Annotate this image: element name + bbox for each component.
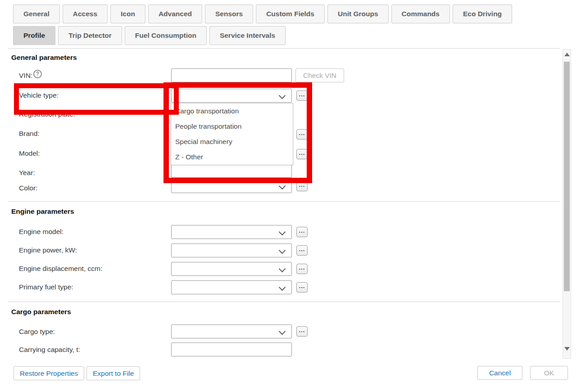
- engine-power-combobox[interactable]: [171, 243, 292, 257]
- tab-eco-driving[interactable]: Eco Driving: [453, 5, 512, 23]
- ok-button[interactable]: OK: [530, 366, 568, 380]
- tab-trip-detector[interactable]: Trip Detector: [58, 26, 122, 45]
- engine-model-combobox[interactable]: [171, 225, 292, 239]
- engine-displacement-label: Engine displacement, ccm:: [19, 265, 102, 273]
- unit-properties-dialog: General Access Icon Advanced Sensors Cus…: [0, 0, 581, 392]
- engine-power-label: Engine power, kW:: [19, 246, 77, 254]
- chevron-down-icon[interactable]: [279, 266, 286, 273]
- section-title-engine-parameters: Engine parameters: [11, 207, 74, 216]
- divider-cargo: [8, 302, 560, 302]
- chevron-down-icon[interactable]: [279, 284, 286, 291]
- tab-unit-groups[interactable]: Unit Groups: [327, 5, 389, 23]
- brand-ellipsis-button[interactable]: ...: [296, 129, 308, 140]
- primary-fuel-type-label: Primary fuel type:: [19, 283, 73, 291]
- help-icon[interactable]: ?: [33, 70, 42, 78]
- tab-icon[interactable]: Icon: [110, 5, 145, 23]
- cargo-type-combobox[interactable]: [171, 324, 292, 338]
- tab-advanced[interactable]: Advanced: [148, 5, 202, 23]
- tab-custom-fields[interactable]: Custom Fields: [256, 5, 325, 23]
- tab-service-intervals[interactable]: Service Intervals: [209, 26, 286, 45]
- engine-power-ellipsis-button[interactable]: ...: [296, 245, 308, 256]
- chevron-down-icon[interactable]: [279, 92, 286, 99]
- chevron-down-icon[interactable]: [279, 183, 286, 190]
- export-to-file-button[interactable]: Export to File: [86, 366, 140, 380]
- color-ellipsis-button[interactable]: ...: [296, 181, 308, 191]
- tab-general[interactable]: General: [13, 5, 60, 23]
- tab-fuel-consumption[interactable]: Fuel Consumption: [125, 26, 207, 45]
- engine-displacement-ellipsis-button[interactable]: ...: [296, 264, 308, 274]
- chevron-down-icon[interactable]: [279, 229, 286, 236]
- vehicle-type-dropdown-list: Cargo transportation People transportati…: [171, 103, 293, 165]
- chevron-down-icon[interactable]: [279, 247, 286, 254]
- brand-label: Brand:: [19, 130, 40, 138]
- check-vin-button[interactable]: Check VIN: [295, 68, 344, 82]
- chevron-down-icon[interactable]: [279, 328, 286, 335]
- section-title-general-parameters: General parameters: [11, 54, 77, 62]
- primary-fuel-type-combobox[interactable]: [171, 280, 292, 294]
- cargo-type-ellipsis-button[interactable]: ...: [296, 326, 308, 337]
- dropdown-option-z-other[interactable]: Z - Other: [171, 149, 293, 165]
- cargo-type-label: Cargo type:: [19, 328, 55, 336]
- tab-commands[interactable]: Commands: [391, 5, 450, 23]
- primary-fuel-type-ellipsis-button[interactable]: ...: [296, 282, 308, 293]
- dropdown-option-people-transportation[interactable]: People transportation: [171, 119, 293, 134]
- scrollbar-thumb[interactable]: [564, 62, 570, 291]
- engine-model-label: Engine model:: [19, 228, 64, 236]
- scrollbar-up-icon[interactable]: [564, 53, 570, 56]
- tab-row-main: General Access Icon Advanced Sensors Cus…: [13, 5, 512, 23]
- divider-top: [8, 48, 560, 49]
- cancel-button[interactable]: Cancel: [477, 366, 522, 380]
- carrying-capacity-input[interactable]: [171, 342, 292, 356]
- vehicle-type-ellipsis-button[interactable]: ...: [296, 90, 308, 101]
- color-label: Color:: [19, 184, 37, 192]
- model-label: Model:: [19, 149, 40, 158]
- vehicle-type-label: Vehicle type:: [19, 91, 59, 99]
- model-ellipsis-button[interactable]: ...: [296, 149, 308, 159]
- engine-displacement-combobox[interactable]: [171, 262, 292, 276]
- vin-input[interactable]: [171, 68, 292, 82]
- year-label: Year:: [19, 169, 35, 177]
- tab-sensors[interactable]: Sensors: [205, 5, 253, 23]
- engine-model-ellipsis-button[interactable]: ...: [296, 227, 308, 237]
- carrying-capacity-label: Carrying capacity, t:: [19, 346, 80, 354]
- vin-label: VIN:: [19, 72, 32, 80]
- tab-profile[interactable]: Profile: [13, 26, 55, 45]
- divider-engine: [8, 201, 560, 202]
- color-combobox[interactable]: [171, 179, 292, 193]
- scrollbar-down-icon[interactable]: [564, 347, 570, 351]
- section-title-cargo-parameters: Cargo parameters: [11, 308, 71, 316]
- tab-access[interactable]: Access: [63, 5, 108, 23]
- tab-row-secondary: Profile Trip Detector Fuel Consumption S…: [13, 26, 286, 45]
- registration-plate-label: Registration plate:: [19, 110, 75, 118]
- restore-properties-button[interactable]: Restore Properties: [14, 366, 84, 380]
- year-input[interactable]: [171, 164, 292, 178]
- dropdown-option-special-machinery[interactable]: Special machinery: [171, 134, 293, 149]
- vehicle-type-combobox[interactable]: [171, 89, 292, 103]
- text-cursor: [174, 91, 175, 101]
- dropdown-option-cargo-transportation[interactable]: Cargo transportation: [171, 104, 293, 119]
